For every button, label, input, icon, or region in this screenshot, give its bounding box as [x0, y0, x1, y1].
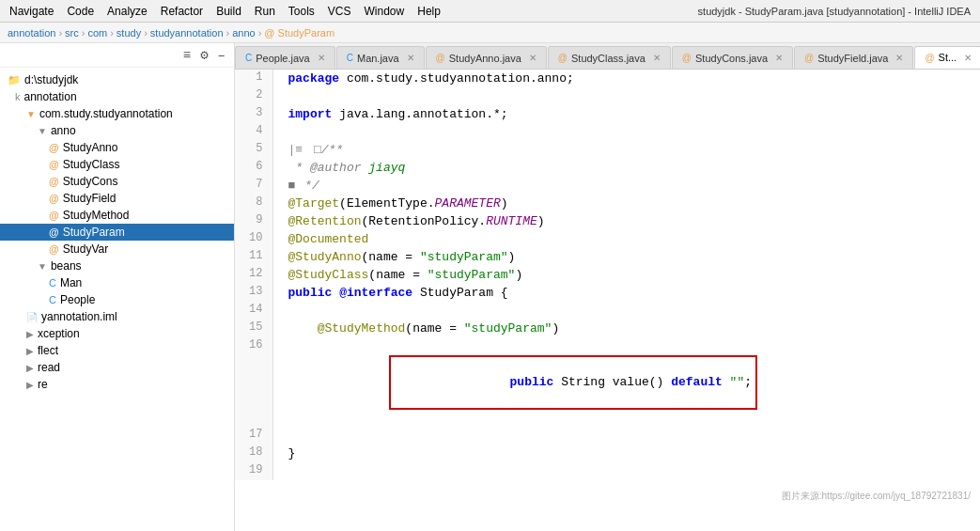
- right-panel: C People.java ✕ C Man.java ✕ @ StudyAnno…: [235, 43, 980, 531]
- menu-vcs[interactable]: VCS: [322, 3, 357, 20]
- tab-people[interactable]: C People.java ✕: [235, 46, 335, 69]
- tree-studycons[interactable]: @ StudyCons: [0, 173, 234, 190]
- tree-root[interactable]: 📁 d:\studyjdk: [0, 71, 234, 88]
- line-content-16[interactable]: public String value() default "";: [272, 337, 980, 427]
- tab-studycons[interactable]: @ StudyCons.java ✕: [672, 46, 793, 69]
- package-label: com.study.studyannotation: [39, 107, 173, 120]
- line-content-8[interactable]: @Target(ElementType.PARAMETER): [272, 195, 980, 212]
- code-line-5: 5 |≡ □/**: [235, 141, 980, 159]
- tab-man-close[interactable]: ✕: [407, 53, 414, 63]
- menu-build[interactable]: Build: [210, 3, 247, 20]
- tab-studyparam-close[interactable]: ✕: [964, 53, 972, 63]
- tab-bar: C People.java ✕ C Man.java ✕ @ StudyAnno…: [235, 43, 980, 70]
- line-content-7[interactable]: ■ */: [272, 177, 980, 195]
- tree-people[interactable]: C People: [0, 291, 234, 308]
- line-content-18[interactable]: }: [272, 445, 980, 462]
- code-line-10: 10 @Documented: [235, 230, 980, 248]
- tree-beans-folder[interactable]: ▼ beans: [0, 258, 234, 274]
- line-content-9[interactable]: @Retention(RetentionPolicy.RUNTIME): [272, 212, 980, 230]
- bc-annotation[interactable]: annotation: [8, 27, 55, 39]
- line-content-17[interactable]: [272, 427, 980, 445]
- tree-studymethod[interactable]: @ StudyMethod: [0, 207, 234, 224]
- exception-icon: ▶: [26, 329, 34, 339]
- exception-label: xception: [38, 327, 80, 340]
- line-content-13[interactable]: public @interface StudyParam {: [272, 284, 980, 302]
- code-line-12: 12 @StudyClass(name = "studyParam"): [235, 266, 980, 284]
- line-content-3[interactable]: import java.lang.annotation.*;: [272, 105, 980, 123]
- tab-studycons-label: StudyCons.java: [695, 53, 768, 64]
- menu-help[interactable]: Help: [412, 3, 446, 20]
- re-label: re: [38, 378, 48, 391]
- line-content-2[interactable]: [272, 87, 980, 105]
- code-line-4: 4: [235, 123, 980, 141]
- thread-icon: ▶: [26, 363, 34, 373]
- line-num-4: 4: [235, 123, 272, 141]
- tab-studyclass[interactable]: @ StudyClass.java ✕: [548, 46, 671, 69]
- menu-code[interactable]: Code: [61, 3, 100, 20]
- line-content-11[interactable]: @StudyAnno(name = "studyParam"): [272, 248, 980, 266]
- tree-studyclass[interactable]: @ StudyClass: [0, 156, 234, 173]
- code-area[interactable]: 1 package com.study.studyannotation.anno…: [235, 70, 980, 531]
- menu-navigate[interactable]: Navigate: [4, 3, 59, 20]
- tab-studyanno-label: StudyAnno.java: [449, 53, 521, 64]
- bc-com[interactable]: com: [87, 27, 107, 39]
- studyclass-icon: @: [49, 159, 59, 170]
- tab-man[interactable]: C Man.java ✕: [336, 46, 425, 69]
- tab-studyanno-close[interactable]: ✕: [529, 53, 537, 63]
- sidebar-gear-icon[interactable]: ⚙: [197, 46, 210, 64]
- line-content-6[interactable]: * @author jiayq: [272, 159, 980, 177]
- iml-icon: 📄: [26, 312, 38, 322]
- menu-analyze[interactable]: Analyze: [101, 3, 153, 20]
- line-content-4[interactable]: [272, 123, 980, 141]
- bc-src[interactable]: src: [65, 27, 79, 39]
- tree-studyvar[interactable]: @ StudyVar: [0, 241, 234, 258]
- bc-anno[interactable]: anno: [232, 27, 255, 39]
- man-label: Man: [60, 276, 82, 289]
- tree-studyanno[interactable]: @ StudyAnno: [0, 139, 234, 156]
- studyfield-icon: @: [49, 193, 59, 204]
- studymethod-label: StudyMethod: [63, 209, 130, 222]
- tree-man[interactable]: C Man: [0, 274, 234, 291]
- line-content-14[interactable]: [272, 302, 980, 320]
- menu-tools[interactable]: Tools: [283, 3, 320, 20]
- tree-annotation-module[interactable]: k annotation: [0, 88, 234, 105]
- tree-package[interactable]: ▼ com.study.studyannotation: [0, 105, 234, 122]
- menu-window[interactable]: Window: [359, 3, 411, 20]
- line-content-15[interactable]: @StudyMethod(name = "studyParam"): [272, 320, 980, 337]
- watermark: 图片来源:https://gitee.com/jyq_18792721831/: [782, 490, 971, 503]
- tab-studycons-close[interactable]: ✕: [775, 53, 783, 63]
- re-icon: ▶: [26, 380, 34, 390]
- line-content-12[interactable]: @StudyClass(name = "studyParam"): [272, 266, 980, 284]
- line-content-5[interactable]: |≡ □/**: [272, 141, 980, 159]
- tab-studyfield-close[interactable]: ✕: [895, 53, 903, 63]
- bc-studyannotation[interactable]: studyannotation: [150, 27, 224, 39]
- tab-studyclass-close[interactable]: ✕: [653, 53, 661, 63]
- tree-iml[interactable]: 📄 yannotation.iml: [0, 308, 234, 325]
- tree-exception[interactable]: ▶ xception: [0, 325, 234, 342]
- tab-studyparam[interactable]: @ St... ✕: [914, 46, 980, 69]
- sidebar-collapse-icon[interactable]: –: [215, 47, 228, 64]
- line-content-19[interactable]: [272, 462, 980, 480]
- tree-anno-folder[interactable]: ▼ anno: [0, 122, 234, 139]
- tree-reflect[interactable]: ▶ flect: [0, 342, 234, 359]
- studyvar-icon: @: [49, 243, 59, 255]
- tab-studyfield[interactable]: @ StudyField.java ✕: [794, 46, 913, 69]
- tab-studyanno[interactable]: @ StudyAnno.java ✕: [426, 46, 547, 69]
- menubar: Navigate Code Analyze Refactor Build Run…: [0, 0, 980, 23]
- tree-studyparam[interactable]: @ StudyParam: [0, 224, 234, 241]
- beans-folder-label: beans: [51, 259, 82, 273]
- line-content-1[interactable]: package com.study.studyannotation.anno;: [272, 70, 980, 87]
- menu-refactor[interactable]: Refactor: [155, 3, 209, 20]
- tab-people-close[interactable]: ✕: [318, 53, 325, 63]
- sidebar-settings-icon[interactable]: ≡: [180, 47, 194, 64]
- tab-studyfield-icon: @: [804, 53, 814, 63]
- bc-study[interactable]: study: [117, 27, 141, 39]
- reflect-icon: ▶: [26, 346, 34, 356]
- menu-run[interactable]: Run: [249, 3, 281, 20]
- tree-re[interactable]: ▶ re: [0, 376, 234, 393]
- code-line-13: 13 public @interface StudyParam {: [235, 284, 980, 302]
- line-content-10[interactable]: @Documented: [272, 230, 980, 248]
- line-num-9: 9: [235, 212, 272, 230]
- tree-studyfield[interactable]: @ StudyField: [0, 190, 234, 207]
- tree-thread[interactable]: ▶ read: [0, 359, 234, 376]
